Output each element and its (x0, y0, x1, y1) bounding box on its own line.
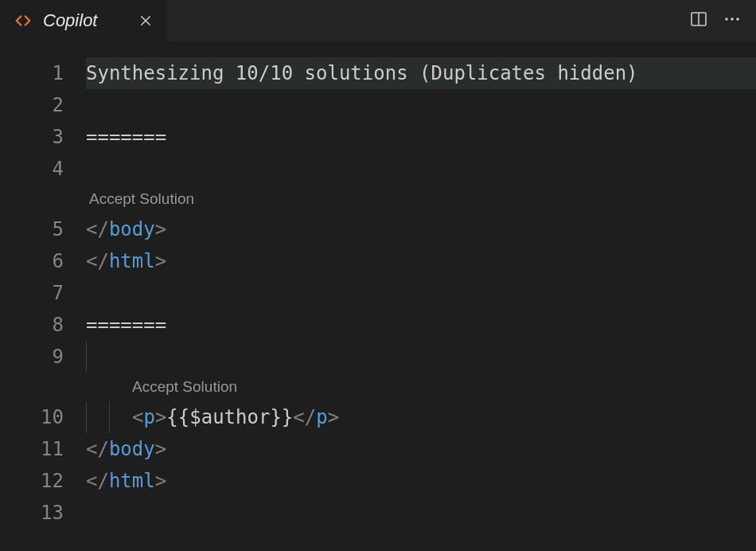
tag: p (316, 406, 327, 428)
svg-point-6 (736, 18, 739, 21)
code-line[interactable] (86, 277, 756, 309)
indent-guide (86, 341, 109, 373)
editor-content[interactable]: Synthesizing 10/10 solutions (Duplicates… (86, 41, 756, 551)
split-editor-icon[interactable] (689, 10, 708, 32)
line-number: 10 (0, 401, 86, 433)
line-number: 13 (0, 497, 86, 529)
punct: </ (293, 406, 316, 428)
punct: </ (86, 250, 109, 272)
punct: < (132, 406, 143, 428)
punct: > (155, 470, 166, 492)
code-line[interactable]: </body> (86, 213, 756, 245)
code-line[interactable] (86, 497, 756, 529)
code-line[interactable]: <p>{{$author}}</p> (86, 401, 756, 433)
indent-guide (86, 401, 109, 433)
code-line[interactable] (86, 341, 756, 373)
gutter: 1 2 3 4 5 6 7 8 9 10 11 12 13 (0, 41, 86, 551)
tag: html (109, 470, 155, 492)
punct: > (328, 406, 339, 428)
line-number: 6 (0, 245, 86, 277)
punct: > (155, 406, 166, 428)
code-text: {{$author}} (166, 406, 293, 428)
svg-point-4 (725, 18, 728, 21)
punct: </ (86, 470, 109, 492)
line-number: 9 (0, 341, 86, 373)
indent-guide (109, 401, 132, 433)
code-text: ======= (86, 314, 166, 336)
code-line[interactable] (86, 153, 756, 185)
tag: body (109, 218, 155, 240)
punct: > (155, 438, 166, 460)
code-line[interactable]: Synthesizing 10/10 solutions (Duplicates… (86, 57, 756, 89)
line-number: 7 (0, 277, 86, 309)
tab-label: Copilot (43, 10, 97, 31)
punct: > (155, 250, 166, 272)
line-number: 5 (0, 213, 86, 245)
tab-bar: Copilot (0, 0, 756, 41)
accept-solution-link[interactable]: Accept Solution (86, 373, 756, 401)
tab-copilot[interactable]: Copilot (0, 0, 167, 41)
tag: html (109, 250, 155, 272)
line-number: 1 (0, 57, 86, 89)
code-line[interactable]: </html> (86, 245, 756, 277)
code-line[interactable] (86, 89, 756, 121)
line-number: 4 (0, 153, 86, 185)
code-line[interactable]: </body> (86, 433, 756, 465)
line-number: 3 (0, 121, 86, 153)
close-icon[interactable] (135, 10, 156, 31)
svg-point-5 (731, 18, 734, 21)
code-line[interactable]: ======= (86, 121, 756, 153)
punct: > (155, 218, 166, 240)
tag: p (143, 406, 154, 428)
line-number: 8 (0, 309, 86, 341)
code-line[interactable]: ======= (86, 309, 756, 341)
line-number: 12 (0, 465, 86, 497)
tag: body (109, 438, 155, 460)
more-actions-icon[interactable] (723, 10, 742, 32)
codelens-gap (0, 185, 86, 213)
line-number: 11 (0, 433, 86, 465)
code-text: ======= (86, 126, 166, 148)
accept-solution-link[interactable]: Accept Solution (86, 185, 756, 213)
tab-group: Copilot (0, 0, 167, 41)
editor[interactable]: 1 2 3 4 5 6 7 8 9 10 11 12 13 Synthesizi… (0, 41, 756, 551)
line-number: 2 (0, 89, 86, 121)
punct: </ (86, 438, 109, 460)
editor-actions (689, 10, 756, 32)
code-icon (14, 12, 32, 29)
code-text: Synthesizing 10/10 solutions (Duplicates… (86, 62, 638, 84)
codelens-gap (0, 373, 86, 401)
punct: </ (86, 218, 109, 240)
code-line[interactable]: </html> (86, 465, 756, 497)
